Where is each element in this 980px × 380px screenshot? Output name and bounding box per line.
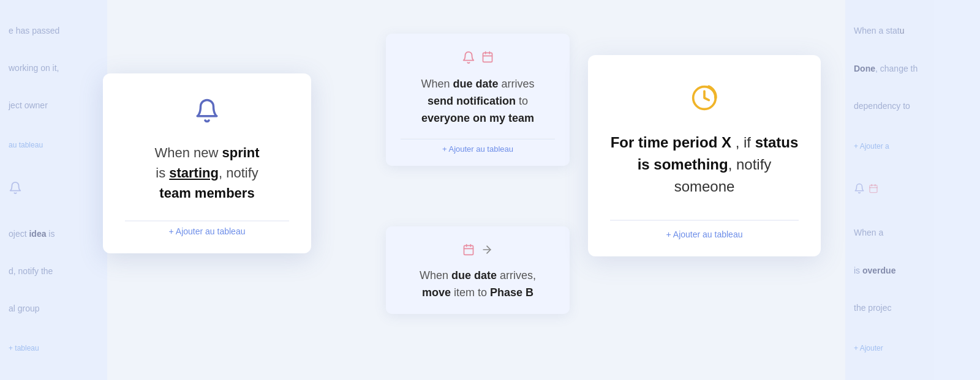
bg-text-left-7: al group [9, 302, 99, 315]
bg-bell-left [9, 181, 99, 198]
sprint-text-team: team members [159, 185, 254, 201]
bg-text-left-5: oject idea is [9, 228, 99, 240]
scene: e has passed working on it, ject owner a… [0, 0, 980, 380]
time-if: , if [731, 134, 755, 151]
due-move-arrives: arrives, [497, 269, 536, 281]
svg-rect-8 [464, 245, 473, 255]
bg-link-left-1: au tableau [9, 141, 43, 149]
bg-text-left-2: working on it, [9, 62, 99, 75]
sprint-text-starting: starting [169, 165, 219, 181]
due-notify-to: to [516, 95, 528, 107]
time-period-card-text: For time period X , if status is somethi… [610, 132, 799, 198]
due-notify-arrives: arrives [499, 78, 535, 90]
sprint-bell-icon [125, 98, 289, 129]
due-notify-bell-icon [462, 51, 475, 67]
bg-text-left-6: d, notify the [9, 265, 99, 278]
bg-text-right-5: When a [854, 226, 971, 239]
due-move-bold3: Phase B [490, 286, 533, 299]
sprint-text-is: is [156, 165, 169, 181]
right-background: When a statu Done, change th dependency … [845, 0, 980, 380]
due-move-item-to: item to [451, 286, 490, 299]
due-move-when: When [420, 269, 451, 281]
due-notify-bold3: everyone on my team [421, 112, 534, 124]
due-notify-bold2: send notification [428, 95, 516, 107]
due-notify-add-button[interactable]: + Ajouter au tableau [401, 139, 555, 154]
due-notify-icons [401, 51, 555, 67]
due-notify-when: When [421, 78, 453, 90]
sprint-text-bold1: sprint [222, 145, 259, 160]
bg-text-right-3: dependency to [854, 100, 971, 113]
due-move-icons [401, 244, 555, 259]
due-notify-card-text: When due date arrives send notification … [401, 76, 555, 127]
bg-text-right-2: Done, change th [854, 62, 971, 75]
sprint-add-button[interactable]: + Ajouter au tableau [125, 221, 289, 236]
bg-text-left-3: ject owner [9, 99, 99, 112]
bg-cal-right [869, 184, 878, 196]
card-due-move: When due date arrives, move item to Phas… [386, 226, 570, 314]
bg-text-right-6: is overdue [854, 264, 971, 277]
time-add-button[interactable]: + Ajouter au tableau [610, 220, 799, 239]
due-move-card-text: When due date arrives, move item to Phas… [401, 267, 555, 302]
sprint-card-text: When new sprint is starting, notify team… [125, 143, 289, 203]
card-time-period: For time period X , if status is somethi… [588, 55, 821, 256]
bg-link-right-2: + Ajouter [854, 344, 883, 352]
due-move-cal-icon [462, 244, 475, 259]
due-move-bold2: move [422, 286, 451, 299]
due-notify-bold1: due date [453, 78, 499, 90]
svg-rect-0 [870, 185, 877, 193]
bg-text-left-1: e has passed [9, 24, 99, 37]
sprint-text-notify: , notify [219, 165, 258, 181]
clock-icon [610, 84, 799, 117]
bg-link-left-2: + tableau [9, 344, 39, 352]
due-notify-cal-icon [481, 51, 494, 67]
left-background: e has passed working on it, ject owner a… [0, 0, 107, 380]
bg-bell-right [854, 183, 865, 197]
due-move-arrow-icon [481, 244, 493, 259]
due-move-bold1: due date [451, 269, 497, 281]
time-bold1: For time period X [611, 134, 731, 151]
card-due-notify: When due date arrives send notification … [386, 34, 570, 166]
card-sprint: When new sprint is starting, notify team… [103, 73, 311, 253]
svg-rect-4 [483, 53, 492, 62]
bg-text-right-7: the projec [854, 302, 971, 315]
sprint-text-when: When new [154, 145, 222, 160]
bg-link-right-1: + Ajouter a [854, 142, 889, 151]
bg-text-right-1: When a statu [854, 24, 971, 37]
